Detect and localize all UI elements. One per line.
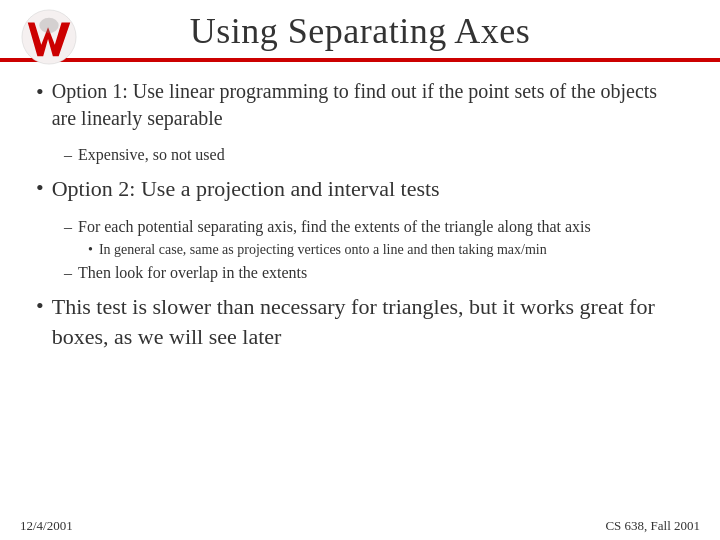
bullet-3: • This test is slower than necessary for… xyxy=(36,292,684,351)
bullet-3-text: This test is slower than necessary for t… xyxy=(52,292,684,351)
bullet-dot-1: • xyxy=(36,78,44,107)
bullet-2-text: Option 2: Use a projection and interval … xyxy=(52,174,440,204)
logo xyxy=(20,8,80,68)
bullet-2-subsub-1: • In general case, same as projecting ve… xyxy=(88,240,684,260)
bullet-1-sub-1-text: Expensive, so not used xyxy=(78,144,225,166)
sub-dash-3: – xyxy=(64,262,72,284)
bullet-dot-2: • xyxy=(36,174,44,203)
bullet-2-sub-1: – For each potential separating axis, fi… xyxy=(64,216,684,238)
bullet-1: • Option 1: Use linear programming to fi… xyxy=(36,78,684,132)
bullet-2-sub-2: – Then look for overlap in the extents xyxy=(64,262,684,284)
content-area: • Option 1: Use linear programming to fi… xyxy=(0,70,720,514)
bullet-2-subsub-1-text: In general case, same as projecting vert… xyxy=(99,240,547,260)
slide: Using Separating Axes • Option 1: Use li… xyxy=(0,0,720,540)
bullet-dot-3: • xyxy=(36,292,44,321)
bullet-1-subs: – Expensive, so not used xyxy=(64,144,684,168)
bullet-2-sub-1-text: For each potential separating axis, find… xyxy=(78,216,591,238)
red-divider xyxy=(0,58,720,62)
bullet-2-subs: – For each potential separating axis, fi… xyxy=(64,216,684,286)
bullet-2-sub-2-text: Then look for overlap in the extents xyxy=(78,262,307,284)
bullet-1-text: Option 1: Use linear programming to find… xyxy=(52,78,684,132)
bullet-2-subsubs: • In general case, same as projecting ve… xyxy=(88,240,684,260)
footer-left: 12/4/2001 xyxy=(20,518,73,534)
subsub-bullet-1: • xyxy=(88,240,93,260)
title-area: Using Separating Axes xyxy=(20,10,700,52)
footer: 12/4/2001 CS 638, Fall 2001 xyxy=(0,514,720,540)
sub-dash-1: – xyxy=(64,144,72,166)
bullet-1-sub-1: – Expensive, so not used xyxy=(64,144,684,166)
footer-center: CS 638, Fall 2001 xyxy=(605,518,700,534)
bullet-2: • Option 2: Use a projection and interva… xyxy=(36,174,684,204)
slide-title: Using Separating Axes xyxy=(20,10,700,52)
svg-point-2 xyxy=(39,18,58,33)
sub-dash-2: – xyxy=(64,216,72,238)
header: Using Separating Axes xyxy=(0,0,720,58)
